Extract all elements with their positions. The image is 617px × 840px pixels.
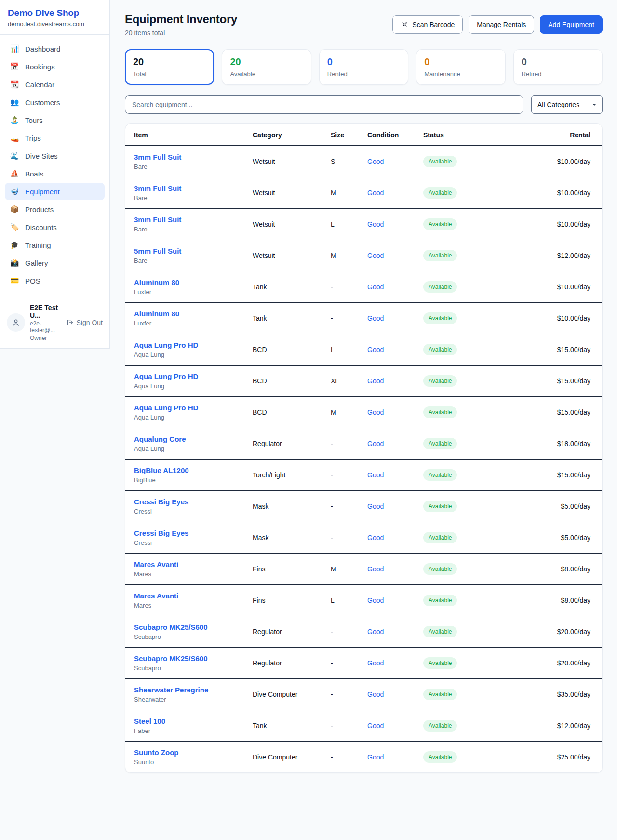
sidebar-item-training[interactable]: 🎓 Training bbox=[5, 236, 105, 254]
item-name-link[interactable]: Scubapro MK25/S600 bbox=[134, 654, 237, 663]
condition-link[interactable]: Good bbox=[367, 596, 384, 604]
condition-link[interactable]: Good bbox=[367, 283, 384, 291]
item-name-link[interactable]: Steel 100 bbox=[134, 717, 237, 725]
item-name-link[interactable]: Scubapro MK25/S600 bbox=[134, 623, 237, 631]
status-badge: Available bbox=[423, 720, 457, 732]
item-brand: BigBlue bbox=[134, 476, 237, 484]
sidebar-item-calendar[interactable]: 📆 Calendar bbox=[5, 76, 105, 93]
table-row: Cressi Big Eyes Cressi Mask - Good Avail… bbox=[125, 491, 602, 522]
condition-link[interactable]: Good bbox=[367, 440, 384, 447]
item-category: Regulator bbox=[245, 648, 323, 679]
sidebar-item-boats[interactable]: ⛵ Boats bbox=[5, 165, 105, 182]
item-category: BCD bbox=[245, 334, 323, 366]
item-name-link[interactable]: Aqua Lung Pro HD bbox=[134, 404, 237, 412]
item-name-link[interactable]: 3mm Full Suit bbox=[134, 153, 237, 161]
condition-link[interactable]: Good bbox=[367, 346, 384, 353]
sidebar-item-products[interactable]: 📦 Products bbox=[5, 201, 105, 218]
calendar-date-icon: 📅 bbox=[10, 62, 19, 71]
stat-card-available[interactable]: 20 Available bbox=[222, 49, 311, 85]
item-name-link[interactable]: Suunto Zoop bbox=[134, 748, 237, 757]
sidebar-item-trips[interactable]: 🚤 Trips bbox=[5, 129, 105, 147]
item-name-link[interactable]: Mares Avanti bbox=[134, 560, 237, 569]
status-badge: Available bbox=[423, 501, 457, 512]
item-name-link[interactable]: Aqua Lung Pro HD bbox=[134, 341, 237, 349]
stat-value: 0 bbox=[522, 56, 594, 68]
stat-card-rented[interactable]: 0 Rented bbox=[319, 49, 408, 85]
condition-link[interactable]: Good bbox=[367, 722, 384, 730]
sidebar-item-bookings[interactable]: 📅 Bookings bbox=[5, 58, 105, 75]
item-name-link[interactable]: Cressi Big Eyes bbox=[134, 529, 237, 537]
condition-link[interactable]: Good bbox=[367, 252, 384, 259]
search-input[interactable] bbox=[125, 95, 523, 114]
item-name-link[interactable]: Aluminum 80 bbox=[134, 278, 237, 286]
sidebar-item-customers[interactable]: 👥 Customers bbox=[5, 94, 105, 111]
condition-link[interactable]: Good bbox=[367, 534, 384, 542]
condition-link[interactable]: Good bbox=[367, 220, 384, 228]
item-name-link[interactable]: Aluminum 80 bbox=[134, 310, 237, 318]
brand-header: Demo Dive Shop demo.test.divestreams.com bbox=[0, 0, 109, 35]
item-name-link[interactable]: 3mm Full Suit bbox=[134, 216, 237, 224]
column-header-size: Size bbox=[323, 124, 360, 146]
item-brand: Aqua Lung bbox=[134, 351, 237, 358]
sidebar-item-tours[interactable]: 🏝️ Tours bbox=[5, 111, 105, 129]
user-meta: E2E Test U... e2e-tester@... Owner bbox=[30, 304, 61, 341]
item-brand: Aqua Lung bbox=[134, 382, 237, 390]
sidebar-item-label: Boats bbox=[25, 170, 43, 178]
sidebar-item-gallery[interactable]: 📸 Gallery bbox=[5, 254, 105, 271]
item-size: - bbox=[323, 710, 360, 742]
sidebar-item-label: Equipment bbox=[25, 188, 60, 196]
table-row: Shearwater Peregrine Shearwater Dive Com… bbox=[125, 679, 602, 710]
sidebar-item-dashboard[interactable]: 📊 Dashboard bbox=[5, 40, 105, 57]
item-brand: Mares bbox=[134, 602, 237, 609]
stat-card-retired[interactable]: 0 Retired bbox=[513, 49, 603, 85]
item-name-link[interactable]: 3mm Full Suit bbox=[134, 184, 237, 192]
sign-out-button[interactable]: Sign Out bbox=[66, 319, 103, 326]
item-category: Tank bbox=[245, 303, 323, 334]
condition-link[interactable]: Good bbox=[367, 471, 384, 479]
item-name-link[interactable]: 5mm Full Suit bbox=[134, 247, 237, 255]
sidebar: Demo Dive Shop demo.test.divestreams.com… bbox=[0, 0, 110, 349]
add-equipment-button[interactable]: Add Equipment bbox=[540, 15, 603, 34]
condition-link[interactable]: Good bbox=[367, 377, 384, 385]
sidebar-item-discounts[interactable]: 🏷️ Discounts bbox=[5, 218, 105, 236]
item-name-link[interactable]: Cressi Big Eyes bbox=[134, 498, 237, 506]
item-name-link[interactable]: Mares Avanti bbox=[134, 592, 237, 600]
condition-link[interactable]: Good bbox=[367, 408, 384, 416]
sidebar-item-dive-sites[interactable]: 🌊 Dive Sites bbox=[5, 147, 105, 164]
item-name-link[interactable]: Aqua Lung Pro HD bbox=[134, 372, 237, 380]
wave-icon: 🌊 bbox=[10, 151, 19, 160]
condition-link[interactable]: Good bbox=[367, 659, 384, 667]
condition-link[interactable]: Good bbox=[367, 189, 384, 197]
condition-link[interactable]: Good bbox=[367, 314, 384, 322]
item-name-link[interactable]: Shearwater Peregrine bbox=[134, 686, 237, 694]
condition-link[interactable]: Good bbox=[367, 158, 384, 165]
item-brand: Cressi bbox=[134, 508, 237, 515]
table-row: BigBlue AL1200 BigBlue Torch/Light - Goo… bbox=[125, 460, 602, 491]
status-badge: Available bbox=[423, 689, 457, 700]
item-brand: Bare bbox=[134, 163, 237, 170]
user-role: Owner bbox=[30, 335, 61, 341]
condition-link[interactable]: Good bbox=[367, 565, 384, 573]
sidebar-item-label: Bookings bbox=[25, 63, 55, 71]
sidebar-item-pos[interactable]: 💳 POS bbox=[5, 272, 105, 289]
item-category: Wetsuit bbox=[245, 146, 323, 177]
item-name-link[interactable]: Aqualung Core bbox=[134, 435, 237, 443]
stat-card-total[interactable]: 20 Total bbox=[125, 49, 214, 85]
item-name-link[interactable]: BigBlue AL1200 bbox=[134, 466, 237, 474]
item-rental-price: $5.00/day bbox=[496, 491, 602, 522]
sidebar-item-equipment[interactable]: 🤿 Equipment bbox=[5, 183, 105, 200]
scan-barcode-button[interactable]: Scan Barcode bbox=[392, 15, 463, 34]
stat-card-maintenance[interactable]: 0 Maintenance bbox=[416, 49, 505, 85]
status-badge: Available bbox=[423, 156, 457, 167]
status-badge: Available bbox=[423, 563, 457, 575]
condition-link[interactable]: Good bbox=[367, 502, 384, 510]
item-rental-price: $15.00/day bbox=[496, 460, 602, 491]
item-size: - bbox=[323, 428, 360, 460]
condition-link[interactable]: Good bbox=[367, 753, 384, 761]
condition-link[interactable]: Good bbox=[367, 691, 384, 698]
condition-link[interactable]: Good bbox=[367, 628, 384, 636]
item-rental-price: $20.00/day bbox=[496, 616, 602, 648]
category-select[interactable]: All Categories bbox=[531, 95, 603, 114]
status-badge: Available bbox=[423, 281, 457, 293]
manage-rentals-button[interactable]: Manage Rentals bbox=[469, 15, 534, 34]
